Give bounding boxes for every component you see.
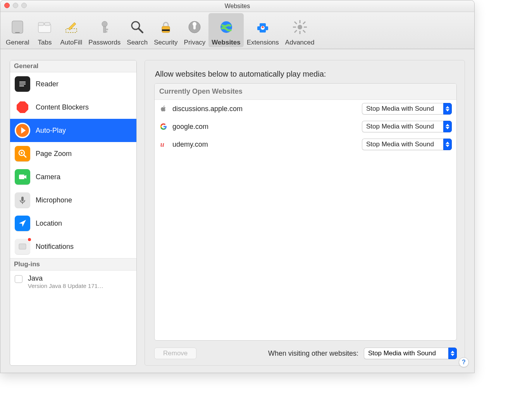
preferences-toolbar: General Tabs AutoFill Passwords Search S…	[0, 12, 474, 49]
sidebar-item-label: Content Blockers	[36, 103, 89, 111]
websites-icon	[217, 18, 236, 36]
up-down-arrows-icon	[443, 103, 452, 115]
privacy-icon	[185, 18, 204, 36]
site-domain: google.com	[172, 123, 357, 131]
site-policy-select-google[interactable]: Stop Media with Sound	[362, 121, 452, 132]
page-zoom-icon	[15, 146, 30, 161]
up-down-arrows-icon	[443, 121, 452, 132]
close-window-button[interactable]	[4, 3, 10, 8]
site-policy-select-apple[interactable]: Stop Media with Sound	[362, 103, 452, 115]
site-row-apple[interactable]: discussions.apple.com Stop Media with So…	[155, 100, 456, 118]
websites-sidebar: General Reader Content Blockers Auto-Pla…	[10, 60, 137, 366]
sidebar-item-label: Auto-Play	[36, 127, 66, 135]
site-domain: udemy.com	[172, 140, 357, 149]
up-down-arrows-icon	[443, 139, 452, 150]
sidebar-item-content-blockers[interactable]: Content Blockers	[10, 96, 136, 119]
sidebar-item-label: Page Zoom	[36, 150, 72, 158]
security-icon	[157, 18, 175, 36]
apple-favicon-icon	[159, 104, 168, 113]
location-icon	[15, 216, 30, 231]
reader-icon	[15, 76, 30, 92]
udemy-favicon-icon	[159, 140, 168, 149]
up-down-arrows-icon	[448, 348, 457, 359]
sidebar-item-label: Notifications	[36, 243, 74, 251]
site-policy-value: Stop Media with Sound	[362, 121, 443, 132]
preferences-window: Websites General Tabs AutoFill Passwords…	[0, 0, 475, 373]
help-button[interactable]: ?	[459, 357, 469, 367]
panel-footer: Remove When visiting other websites: Sto…	[154, 341, 457, 359]
sidebar-plugin-java[interactable]: Java Version Java 8 Update 171…	[10, 271, 136, 293]
other-websites-policy-value: Stop Media with Sound	[364, 348, 448, 359]
titlebar: Websites	[0, 0, 474, 12]
notifications-icon	[15, 239, 30, 254]
notifications-badge-icon	[27, 237, 32, 242]
sidebar-item-camera[interactable]: Camera	[10, 165, 136, 188]
sidebar-item-label: Microphone	[36, 196, 72, 204]
content-blockers-icon	[15, 99, 30, 115]
passwords-icon	[95, 18, 114, 36]
plugin-name: Java	[28, 274, 103, 283]
toolbar-tab-tabs[interactable]: Tabs	[32, 13, 57, 47]
toolbar-tab-websites[interactable]: Websites	[208, 13, 243, 47]
site-list: Currently Open Websites discussions.appl…	[154, 83, 457, 341]
window-title: Websites	[225, 3, 250, 10]
toolbar-tab-privacy[interactable]: Privacy	[181, 13, 209, 47]
other-websites-policy-select[interactable]: Stop Media with Sound	[364, 348, 457, 359]
plugin-java-checkbox[interactable]	[15, 275, 22, 283]
site-list-header: Currently Open Websites	[155, 84, 456, 100]
minimize-window-button[interactable]	[13, 3, 18, 8]
sidebar-item-auto-play[interactable]: Auto-Play	[10, 119, 136, 142]
sidebar-item-page-zoom[interactable]: Page Zoom	[10, 142, 136, 165]
remove-button[interactable]: Remove	[154, 348, 196, 359]
sidebar-item-reader[interactable]: Reader	[10, 72, 136, 96]
site-policy-value: Stop Media with Sound	[362, 139, 443, 150]
toolbar-tab-passwords[interactable]: Passwords	[85, 13, 124, 47]
advanced-icon	[291, 18, 309, 36]
search-icon	[128, 18, 146, 36]
zoom-window-button[interactable]	[21, 3, 27, 8]
toolbar-tab-extensions[interactable]: Extensions	[244, 13, 282, 47]
site-row-udemy[interactable]: udemy.com Stop Media with Sound	[155, 135, 456, 153]
autofill-icon	[62, 18, 81, 36]
microphone-icon	[15, 192, 30, 208]
auto-play-icon	[15, 123, 30, 138]
sidebar-section-general: General	[10, 60, 136, 72]
site-domain: discussions.apple.com	[172, 105, 357, 113]
site-row-google[interactable]: google.com Stop Media with Sound	[155, 118, 456, 135]
sidebar-item-microphone[interactable]: Microphone	[10, 188, 136, 212]
tabs-icon	[35, 18, 54, 36]
sidebar-item-notifications[interactable]: Notifications	[10, 235, 136, 258]
general-icon	[8, 18, 27, 36]
google-favicon-icon	[159, 122, 168, 131]
toolbar-tab-security[interactable]: Security	[151, 13, 181, 47]
plugin-version: Version Java 8 Update 171…	[28, 283, 103, 289]
content-area: General Reader Content Blockers Auto-Pla…	[0, 49, 474, 373]
panel-title: Allow websites below to automatically pl…	[155, 70, 457, 79]
auto-play-panel: Allow websites below to automatically pl…	[145, 60, 465, 366]
toolbar-tab-search[interactable]: Search	[124, 13, 151, 47]
site-policy-select-udemy[interactable]: Stop Media with Sound	[362, 139, 452, 150]
sidebar-item-label: Camera	[36, 173, 60, 181]
toolbar-tab-general[interactable]: General	[3, 13, 32, 47]
site-policy-value: Stop Media with Sound	[362, 103, 443, 115]
camera-icon	[15, 169, 30, 185]
toolbar-tab-advanced[interactable]: Advanced	[282, 13, 318, 47]
extensions-icon	[253, 18, 272, 36]
sidebar-section-plugins: Plug-ins	[10, 258, 136, 271]
window-controls	[4, 3, 27, 8]
sidebar-item-location[interactable]: Location	[10, 212, 136, 235]
sidebar-item-label: Location	[36, 219, 62, 228]
sidebar-item-label: Reader	[36, 80, 59, 88]
other-websites-label: When visiting other websites:	[268, 349, 358, 358]
toolbar-tab-autofill[interactable]: AutoFill	[57, 13, 85, 47]
